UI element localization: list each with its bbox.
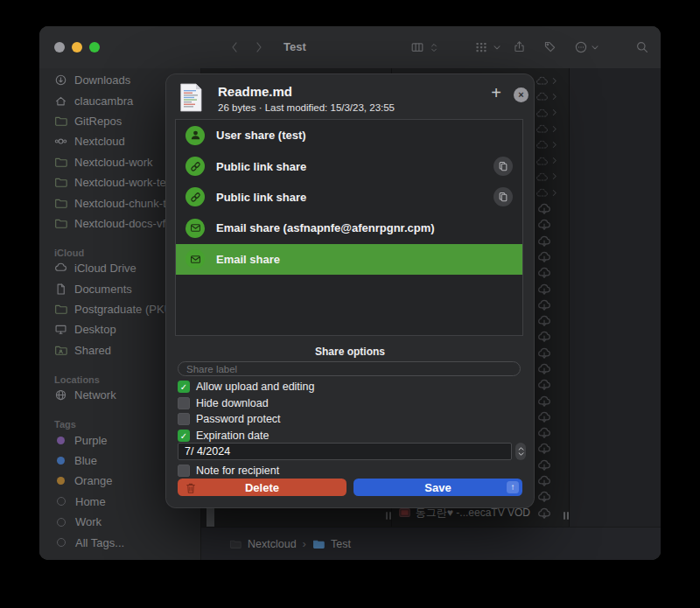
checkbox-row-password-protect[interactable]: Password protect bbox=[178, 411, 522, 428]
search-icon[interactable] bbox=[635, 40, 649, 54]
share-label: Public link share bbox=[216, 191, 306, 204]
column-divider bbox=[569, 68, 570, 527]
sidebar-item-label: All Tags... bbox=[75, 536, 124, 549]
zoom-window-button[interactable] bbox=[89, 42, 100, 52]
sidebar-item-label: Nextcloud-work-test bbox=[74, 176, 175, 189]
folder-icon bbox=[54, 197, 67, 210]
folder-icon bbox=[54, 217, 67, 230]
title-bar: Test bbox=[39, 26, 661, 69]
columns-view-icon[interactable] bbox=[410, 40, 424, 54]
email-icon bbox=[186, 219, 205, 238]
tag-color-dot bbox=[57, 477, 65, 485]
sidebar-item-all-tags-[interactable]: All Tags... bbox=[39, 532, 200, 552]
checkbox[interactable] bbox=[178, 397, 190, 409]
save-button[interactable]: Save ↑ bbox=[354, 479, 522, 496]
sidebar-item-label: claucambra bbox=[74, 94, 133, 108]
delete-button-label: Delete bbox=[245, 481, 279, 494]
cloud-download-icon bbox=[537, 507, 551, 520]
share-row[interactable]: Public link share bbox=[176, 182, 522, 213]
window-title: Test bbox=[260, 40, 330, 53]
checkbox[interactable]: ✓ bbox=[178, 381, 190, 393]
close-dialog-button[interactable]: × bbox=[514, 87, 528, 102]
cloud-folder-icon bbox=[536, 123, 549, 134]
cloud-download-icon bbox=[537, 330, 551, 343]
breadcrumb-item[interactable]: Test bbox=[331, 538, 351, 550]
sort-chevrons-icon[interactable] bbox=[430, 42, 438, 53]
upload-badge-icon: ↑ bbox=[507, 481, 519, 493]
checkbox[interactable] bbox=[178, 465, 190, 477]
cloud-download-icon bbox=[537, 426, 551, 439]
copy-link-button[interactable] bbox=[494, 157, 513, 176]
checkbox[interactable] bbox=[178, 413, 190, 425]
sidebar-item-label: Blue bbox=[74, 454, 97, 467]
minimize-window-button[interactable] bbox=[72, 42, 82, 52]
folder-icon bbox=[54, 303, 67, 316]
more-actions-icon[interactable] bbox=[574, 40, 588, 54]
cloud-download-icon bbox=[537, 458, 551, 472]
checkbox-row-hide-download[interactable]: Hide download bbox=[178, 395, 522, 412]
cloud-download-icon bbox=[537, 298, 551, 311]
add-share-button[interactable]: + bbox=[486, 84, 506, 103]
stepper-up-icon[interactable] bbox=[518, 447, 524, 451]
column-resize-handle[interactable] bbox=[389, 512, 391, 520]
column-resize-handle[interactable] bbox=[567, 512, 569, 520]
sidebar-item-work[interactable]: Work bbox=[39, 512, 200, 532]
desktop-icon bbox=[54, 323, 67, 336]
cloud-download-icon bbox=[537, 283, 551, 296]
sidebar-item-label: Work bbox=[75, 515, 102, 528]
tag-icon[interactable] bbox=[543, 40, 556, 53]
chevron-right-icon bbox=[552, 93, 557, 101]
trash-icon bbox=[186, 482, 196, 494]
folder-icon bbox=[54, 115, 67, 128]
share-list: User share (test)Public link sharePublic… bbox=[175, 119, 523, 336]
checkbox-row-expiration-date[interactable]: ✓Expiration date bbox=[178, 428, 522, 444]
column-resize-handle[interactable] bbox=[564, 512, 565, 520]
close-window-button[interactable] bbox=[54, 42, 65, 52]
delete-button[interactable]: Delete bbox=[178, 479, 346, 496]
folder-icon bbox=[54, 176, 67, 189]
stepper-down-icon[interactable] bbox=[518, 452, 524, 456]
checkbox-row-note-for-recipient[interactable]: Note for recipient bbox=[178, 463, 279, 479]
share-label-input[interactable] bbox=[178, 361, 521, 376]
group-by-icon[interactable] bbox=[474, 40, 488, 54]
share-row[interactable]: Public link share bbox=[176, 150, 522, 181]
chevron-down-icon[interactable] bbox=[493, 45, 501, 51]
checkbox[interactable]: ✓ bbox=[178, 430, 190, 442]
tag-color-dot bbox=[57, 437, 65, 444]
copy-link-button[interactable] bbox=[494, 187, 513, 206]
sidebar-item-label: Network bbox=[74, 388, 116, 402]
folder-icon bbox=[54, 156, 67, 169]
cloud-download-icon bbox=[537, 442, 551, 455]
chevron-down-icon[interactable] bbox=[591, 45, 599, 51]
share-icon[interactable] bbox=[513, 40, 526, 53]
video-file-icon bbox=[399, 508, 410, 517]
column-resize-handle[interactable] bbox=[386, 512, 388, 520]
back-button[interactable] bbox=[230, 41, 239, 53]
checkbox-row-allow-upload-and-editing[interactable]: ✓Allow upload and editing bbox=[178, 379, 522, 395]
cloud-folder-icon bbox=[536, 139, 549, 150]
sidebar-item-label: Nextcloud-work bbox=[74, 156, 153, 169]
chevron-right-icon bbox=[552, 172, 557, 180]
cloud-download-icon bbox=[537, 314, 551, 327]
expiration-date-input[interactable] bbox=[178, 443, 512, 460]
cloud-download-icon bbox=[537, 378, 551, 391]
share-row[interactable]: Email share bbox=[176, 244, 522, 275]
share-row[interactable]: Email share (asfnapnfe@afenrpgnr.cpm) bbox=[176, 213, 522, 243]
breadcrumb-item[interactable]: Nextcloud bbox=[248, 538, 297, 550]
file-meta: 26 bytes · Last modified: 15/3/23, 23:55 bbox=[218, 102, 395, 113]
cloud-download-icon bbox=[537, 362, 551, 375]
file-name-label: 동그란♥ -...eecaTV VOD bbox=[416, 506, 530, 521]
share-row[interactable]: User share (test) bbox=[176, 120, 522, 150]
cloud-folder-icon bbox=[536, 75, 549, 86]
cloud-download-icon bbox=[537, 346, 551, 360]
tag-ring-icon bbox=[57, 518, 66, 527]
cloud-folder-icon bbox=[536, 91, 549, 101]
sidebar-item-label: Home bbox=[75, 495, 106, 508]
tag-color-dot bbox=[57, 457, 65, 465]
sidebar-item-label: Nextcloud-docs-vfs- bbox=[74, 217, 175, 230]
date-stepper[interactable] bbox=[515, 443, 526, 460]
file-icon bbox=[179, 83, 203, 112]
empty-column bbox=[570, 68, 661, 527]
sidebar-item-label: Nextcloud bbox=[74, 135, 125, 148]
save-button-label: Save bbox=[424, 481, 451, 494]
